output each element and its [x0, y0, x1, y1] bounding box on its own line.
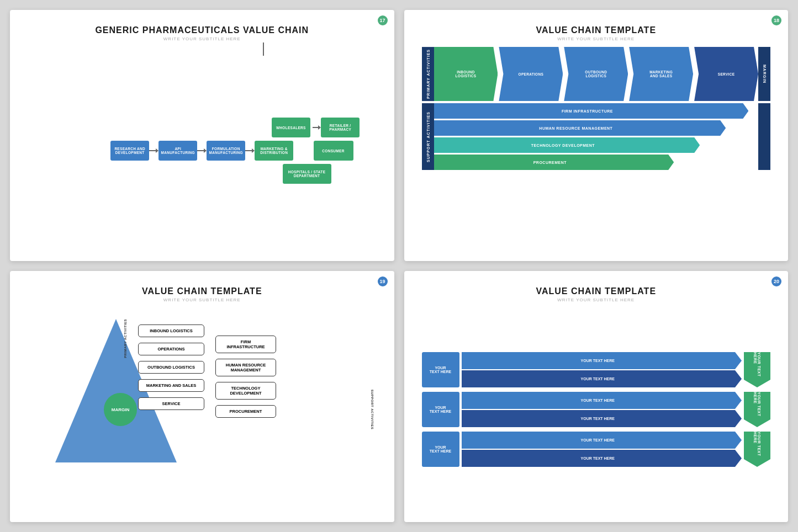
slide-1-title: GENERIC PHARMACEUTICALS VALUE CHAIN: [95, 25, 309, 35]
box-outbound: OUTBOUND LOGISTICS: [138, 361, 204, 374]
vc2-top: PRIMARY ACTIVITIES INBOUNDLOGISTICS OPER…: [422, 47, 771, 101]
bar-hr: HUMAN RESOURCE MANAGEMENT: [434, 120, 726, 136]
vc4-label-1: YOURTEXT HERE: [422, 352, 459, 387]
slide-4: 20 VALUE CHAIN TEMPLATE WRITE YOUR SUBTI…: [404, 271, 789, 522]
margin-circle: MARGIN: [104, 393, 137, 426]
arrow-operations: OPERATIONS: [499, 47, 563, 101]
slide-4-content: YOURTEXT HERE YOUR TEXT HERE YOUR TEXT H…: [422, 308, 771, 511]
bar-infra: FIRM INFRASTRUCTURE: [434, 103, 749, 119]
slide-4-subtitle: WRITE YOUR SUBTITLE HERE: [557, 297, 635, 302]
box-tech-dev: TECHNOLOGYDEVELOPMENT: [215, 382, 276, 400]
arrow-outbound: OUTBOUNDLOGISTICS: [564, 47, 628, 101]
support-label-3: SUPPORT ACTIVITIES: [371, 390, 374, 429]
vc2-primary-label: PRIMARY ACTIVITIES: [422, 47, 434, 101]
arrow-inbound: INBOUNDLOGISTICS: [434, 47, 498, 101]
arrow-service: SERVICE: [694, 47, 758, 101]
vc4-row-3: YOURTEXT HERE YOUR TEXT HERE YOUR TEXT H…: [422, 432, 771, 467]
slide-1: 17 GENERIC PHARMACEUTICALS VALUE CHAIN W…: [10, 10, 394, 261]
vc2-support-label: SUPPORT ACTIVITIES: [422, 103, 434, 170]
node-retailer: RETAILER /PHARMACY: [321, 118, 360, 137]
box-human-resource: HUMAN RESOURCEMANAGEMENT: [215, 359, 276, 376]
slide-3-subtitle: WRITE YOUR SUBTITLE HERE: [163, 297, 241, 302]
node-formulation: FORMULATIONMANUFACTURING: [207, 141, 245, 161]
box-marketing-sales: MARKETING AND SALES: [138, 379, 204, 392]
vc2-margin: MARGIN: [758, 47, 770, 101]
slide-3-content: MARGIN PRIMARY ACTIVITIES INBOUND LOGIST…: [28, 308, 377, 511]
arrow-3b: YOUR TEXT HERE: [462, 450, 742, 467]
bar-proc: PROCUREMENT: [434, 155, 674, 170]
vc4-label-2: YOURTEXT HERE: [422, 392, 459, 427]
primary-label-3: PRIMARY ACTIVITIES: [124, 319, 127, 358]
vc4-arrows-3: YOUR TEXT HERE YOUR TEXT HERE: [462, 432, 742, 467]
left-boxes: INBOUND LOGISTICS OPERATIONS OUTBOUND LO…: [138, 324, 204, 410]
slide-2-subtitle: WRITE YOUR SUBTITLE HERE: [557, 36, 635, 41]
arrow-2a: YOUR TEXT HERE: [462, 392, 742, 409]
box-procurement: PROCUREMENT: [215, 405, 276, 418]
support-row-4: PROCUREMENT: [434, 155, 759, 170]
vc4-label-3: YOURTEXT HERE: [422, 432, 459, 467]
vc2-bottom: SUPPORT ACTIVITIES FIRM INFRASTRUCTURE H…: [422, 103, 771, 170]
slide-num-2: 18: [771, 15, 781, 25]
box-service: SERVICE: [138, 397, 204, 410]
vc4-row-1: YOURTEXT HERE YOUR TEXT HERE YOUR TEXT H…: [422, 352, 771, 387]
node-research: RESEARCH ANDDEVELOPMENT: [110, 141, 149, 161]
slide-3-title: VALUE CHAIN TEMPLATE: [142, 286, 262, 296]
arrow-3a: YOUR TEXT HERE: [462, 432, 742, 449]
support-row-1: FIRM INFRASTRUCTURE: [434, 103, 759, 119]
end-arrow-2: YOUR TEXT HERE: [744, 392, 770, 427]
slide-2-content: PRIMARY ACTIVITIES INBOUNDLOGISTICS OPER…: [422, 47, 771, 250]
support-row-3: TECHNOLOGY DEVELOPMENT: [434, 137, 759, 153]
end-arrow-1: YOUR TEXT HERE: [744, 352, 770, 387]
bar-tech: TECHNOLOGY DEVELOPMENT: [434, 137, 700, 153]
slide-num-1: 17: [378, 15, 388, 25]
slide-3: 19 VALUE CHAIN TEMPLATE WRITE YOUR SUBTI…: [10, 271, 394, 522]
slide-2: 18 VALUE CHAIN TEMPLATE WRITE YOUR SUBTI…: [404, 10, 789, 261]
vc2-arrows: INBOUNDLOGISTICS OPERATIONS OUTBOUNDLOGI…: [434, 47, 759, 101]
arrow-1b: YOUR TEXT HERE: [462, 370, 742, 387]
box-operations: OPERATIONS: [138, 343, 204, 355]
arrow-2b: YOUR TEXT HERE: [462, 410, 742, 427]
right-boxes: FIRMINFRASTRUCTURE HUMAN RESOURCEMANAGEM…: [215, 336, 276, 418]
vc2-container: PRIMARY ACTIVITIES INBOUNDLOGISTICS OPER…: [422, 47, 771, 170]
box-firm-infra: FIRMINFRASTRUCTURE: [215, 336, 276, 353]
vc2-support-rows: FIRM INFRASTRUCTURE HUMAN RESOURCE MANAG…: [434, 103, 759, 170]
node-hospital: HOSPITALS / STATEDEPARTMENT: [283, 164, 331, 184]
support-row-2: HUMAN RESOURCE MANAGEMENT: [434, 120, 759, 136]
node-wholesalers: WHOLESALERS: [272, 118, 311, 137]
vc4-row-2: YOURTEXT HERE YOUR TEXT HERE YOUR TEXT H…: [422, 392, 771, 427]
slide-num-4: 20: [771, 276, 781, 286]
slide-num-3: 19: [378, 276, 388, 286]
slide-2-title: VALUE CHAIN TEMPLATE: [536, 25, 656, 35]
arrow-1a: YOUR TEXT HERE: [462, 352, 742, 369]
node-consumer: CONSUMER: [314, 141, 353, 161]
vc4-arrows-2: YOUR TEXT HERE YOUR TEXT HERE: [462, 392, 742, 427]
arrow-marketing: MARKETINGAND SALES: [629, 47, 693, 101]
vc4-arrows-1: YOUR TEXT HERE YOUR TEXT HERE: [462, 352, 742, 387]
end-arrow-3: YOUR TEXT HERE: [744, 432, 770, 467]
node-api: APIMANUFACTURING: [158, 141, 197, 161]
slide-1-content: RESEARCH ANDDEVELOPMENT APIMANUFACTURING…: [28, 47, 377, 250]
slide-1-subtitle: WRITE YOUR SUBTITLE HERE: [163, 36, 241, 41]
box-inbound: INBOUND LOGISTICS: [138, 324, 204, 337]
slide-4-title: VALUE CHAIN TEMPLATE: [536, 286, 656, 296]
